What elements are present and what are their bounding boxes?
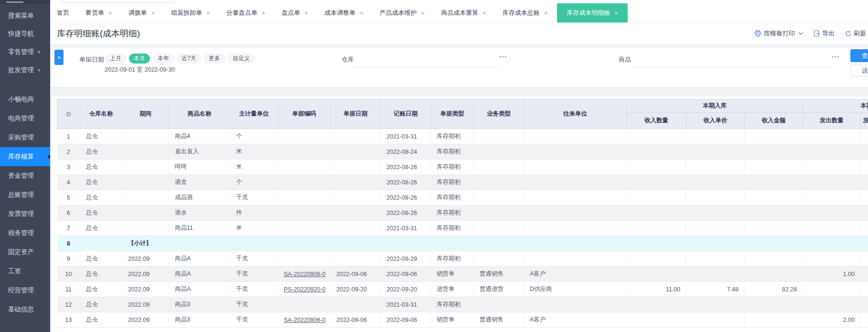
table-row[interactable]: 9总仓2022.09商品A千克2022-08-29库存期初	[57, 251, 868, 267]
book-date-cell: 2022-09-06	[381, 312, 431, 328]
book-date-cell	[381, 236, 431, 251]
gear-icon[interactable]: ⚙	[65, 110, 72, 118]
doc-type-cell: 库存期初	[431, 251, 474, 267]
doc-type-cell: 销货单	[431, 312, 474, 328]
close-tab-icon[interactable]: ×	[304, 10, 308, 16]
sidebar-item[interactable]: 税务管理	[0, 224, 50, 243]
date-range-pill[interactable]: 自定义	[228, 54, 255, 64]
biz-type-cell	[474, 175, 524, 190]
close-tab-icon[interactable]: ×	[262, 10, 266, 16]
table-row[interactable]: 10总仓2022.09商品A千克SA-20220906-02022-09-062…	[57, 267, 868, 282]
close-tab-icon[interactable]: ×	[206, 10, 210, 16]
in-qty-cell	[627, 190, 686, 205]
tab[interactable]: 分量盘点单×	[220, 3, 272, 22]
out-qty-cell	[803, 129, 861, 144]
sidebar-item[interactable]: 基础信息	[0, 300, 50, 319]
print-by-template-button[interactable]: 按模板打印	[754, 29, 803, 38]
chevron-down-icon[interactable]	[798, 32, 803, 35]
date-range-pill[interactable]: 本月	[129, 54, 150, 64]
close-tab-icon[interactable]: ×	[614, 10, 618, 16]
column-header: 单据类型	[431, 99, 474, 129]
sidebar-item[interactable]: 工资	[0, 262, 50, 281]
sidebar-item[interactable]: 快捷导航	[0, 25, 50, 43]
sidebar-item[interactable]: 库存核算	[0, 147, 50, 166]
table-row[interactable]: 2总仓直出直入米2022-08-24库存期初	[57, 144, 868, 160]
tab[interactable]: 产品成本维护×	[373, 3, 432, 22]
tab[interactable]: 库存成本明细账×	[557, 3, 628, 22]
export-button[interactable]: 导出	[814, 29, 835, 38]
sidebar-item[interactable]: 零售管理▼	[0, 43, 50, 61]
partner-cell	[524, 236, 627, 251]
table-row[interactable]: 4总仓酒盒个2022-08-26库存期初	[57, 175, 868, 190]
product-picker-ellipsis-icon[interactable]: ···	[832, 53, 840, 61]
refresh-button[interactable]: 刷新	[845, 29, 866, 38]
tab[interactable]: 成本调整单×	[318, 3, 370, 22]
close-tab-icon[interactable]: ×	[421, 10, 425, 16]
doc-code-link[interactable]: SA-20220906-0	[284, 271, 326, 278]
date-range-pill[interactable]: 本年	[153, 54, 174, 64]
table-row[interactable]: 11总仓2022.09商品A千克PS-20220920-02022-09-202…	[57, 282, 868, 297]
doc-date-cell	[331, 160, 381, 175]
sidebar-item[interactable]: 固定资产	[0, 243, 50, 262]
sidebar-item[interactable]: 发票管理	[0, 204, 50, 224]
code-cell	[278, 297, 331, 312]
tab[interactable]: 库存成本总账×	[496, 3, 555, 22]
tab[interactable]: 首页	[50, 3, 76, 22]
row-number-cell: 13	[57, 312, 80, 328]
sidebar-item-label: 税务管理	[8, 229, 34, 237]
table-row[interactable]: 3总仓呵呵米2022-08-26库存期初	[57, 160, 868, 175]
close-tab-icon[interactable]: ×	[360, 10, 364, 16]
out-qty-cell: 1.00	[803, 267, 861, 282]
sidebar-item[interactable]: 总账管理	[0, 185, 50, 204]
table-row[interactable]: 13总仓2022.09商品3千克SA-20220906-02022-09-062…	[57, 312, 868, 328]
table-row[interactable]: 1总仓商品4个2021-03-31库存期初	[57, 129, 868, 144]
table-row[interactable]: 6总仓酒水件2022-08-26库存期初	[57, 205, 868, 221]
book-date-cell: 2021-03-31	[381, 221, 431, 236]
settings-button[interactable]: 设置	[850, 64, 868, 76]
date-range-value[interactable]: 2022-09-01 至 2022-09-30	[105, 66, 175, 74]
close-tab-icon[interactable]: ×	[108, 10, 112, 16]
sidebar-item[interactable]: 搜索菜单	[0, 7, 50, 25]
tab[interactable]: 商品成本重算×	[434, 3, 493, 22]
out-qty-cell	[803, 190, 861, 205]
code-cell	[278, 251, 331, 267]
doc-code-link[interactable]: SA-20220906-0	[284, 317, 326, 323]
out-qty-cell	[803, 251, 861, 267]
table-row[interactable]: 7总仓商品11米2021-03-31库存期初	[57, 221, 868, 236]
close-tab-icon[interactable]: ×	[482, 10, 486, 16]
table-row[interactable]: 5总仓成品酒千克2022-08-26库存期初	[57, 190, 868, 205]
close-tab-icon[interactable]: ×	[544, 10, 548, 16]
in-qty-cell	[627, 205, 686, 221]
table-row[interactable]: 8【小计】	[57, 236, 868, 251]
sidebar-item[interactable]: 批发管理▼	[0, 61, 50, 79]
sidebar-item[interactable]: 采购管理	[0, 128, 50, 147]
sidebar-item[interactable]: 经营管理	[0, 281, 50, 300]
query-button[interactable]: 查询	[850, 49, 868, 62]
warehouse-cell: 总仓	[80, 160, 122, 175]
warehouse-picker-ellipsis-icon[interactable]: ···	[499, 53, 507, 61]
date-range-pill[interactable]: 更多	[204, 54, 225, 64]
tab[interactable]: 盘点单×	[275, 3, 315, 22]
collapse-filter-button[interactable]: »	[54, 50, 64, 65]
tab[interactable]: 组装拆卸单×	[164, 3, 217, 22]
close-tab-icon[interactable]: ×	[151, 10, 155, 16]
date-range-pill[interactable]: 近7天	[177, 54, 201, 64]
tab[interactable]: 调拨单×	[122, 3, 162, 22]
table-row[interactable]: 12总仓2022.09商品3千克2021-03-31库存期初	[57, 297, 868, 312]
row-number-cell: 6	[57, 205, 80, 221]
column-header: 单据日期	[331, 99, 381, 129]
partner-cell: A客户	[524, 267, 627, 282]
date-range-pill[interactable]: 上月	[105, 54, 126, 64]
tab[interactable]: 要货单×	[79, 3, 119, 22]
doc-code-link[interactable]: PS-20220920-0	[284, 286, 326, 293]
warehouse-cell: 总仓	[80, 175, 122, 190]
sidebar-item[interactable]: 电商管理	[0, 109, 50, 128]
sidebar-item[interactable]: 资金管理	[0, 166, 50, 185]
warehouse-input[interactable]	[355, 67, 498, 67]
row-number-cell: 11	[57, 282, 80, 297]
book-date-cell: 2022-08-24	[381, 144, 431, 160]
doc-date-cell	[331, 205, 381, 221]
sidebar-item-label: 工资	[8, 267, 21, 276]
sidebar-item[interactable]: 小畅电商	[0, 90, 50, 109]
product-input[interactable]	[632, 67, 831, 67]
